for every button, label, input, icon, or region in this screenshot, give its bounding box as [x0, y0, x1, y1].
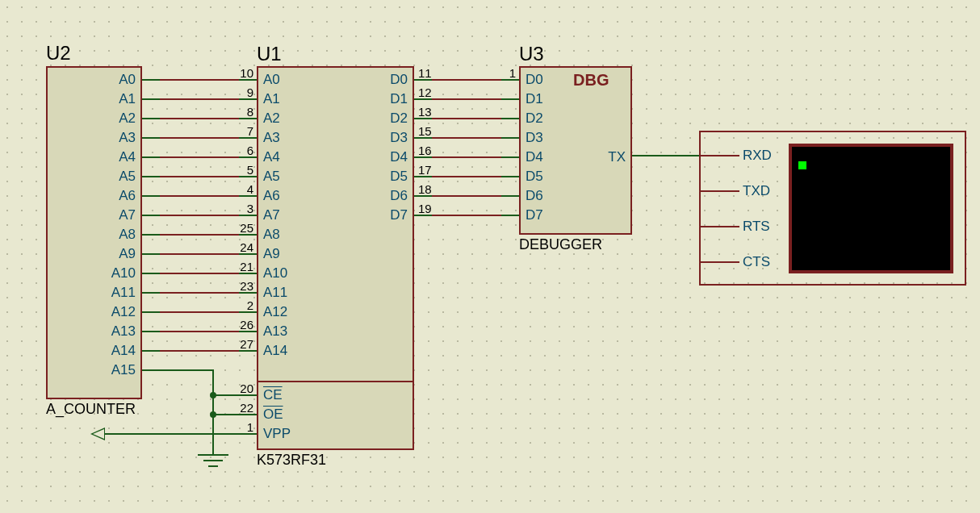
u3-pin-d5: D5	[526, 169, 543, 185]
u1-pin-oe: OE	[263, 407, 283, 423]
u2-pin-a10: A10	[95, 265, 136, 282]
u1-pin-d3: D3	[367, 130, 408, 146]
bus-wire	[142, 311, 160, 313]
u2-pin-a1: A1	[95, 91, 136, 107]
bus-wire	[432, 118, 501, 119]
bus-wire	[142, 176, 160, 177]
wire-vpp	[105, 433, 257, 435]
u1-rnum-d5: 17	[418, 163, 432, 177]
u2-pin-a4: A4	[95, 149, 136, 165]
bus-wire	[160, 195, 239, 197]
u1-num-a6: 4	[216, 182, 253, 196]
bus-wire	[501, 98, 519, 100]
bus-wire	[160, 331, 239, 332]
bus-wire	[414, 215, 432, 216]
u1-num-ce: 20	[216, 382, 253, 395]
wire-tx-rxd	[632, 155, 699, 156]
bus-wire	[239, 118, 257, 119]
u2-pin-a7: A7	[95, 207, 136, 223]
u3-num-d0: 1	[479, 66, 516, 80]
u1-num-vpp: 1	[216, 420, 253, 434]
u3-pin-d6: D6	[526, 188, 543, 204]
u1-rnum-d3: 15	[418, 124, 432, 138]
u1-pin-ce: CE	[263, 387, 283, 403]
term-tick-txd	[715, 190, 739, 192]
u1-pin-a2: A2	[263, 111, 280, 127]
u2-ref: U2	[46, 42, 71, 65]
bus-wire	[142, 195, 160, 197]
bus-wire	[414, 137, 432, 139]
u3-pin-d2: D2	[526, 111, 543, 127]
u1-num-a3: 7	[216, 124, 253, 138]
bus-wire	[160, 292, 239, 294]
bus-wire	[160, 253, 239, 255]
terminal-screen	[789, 144, 953, 273]
u1-num-a2: 8	[216, 105, 253, 119]
u1-pin-a4: A4	[263, 149, 280, 165]
u1-rnum-d7: 19	[418, 202, 432, 215]
bus-wire	[239, 273, 257, 274]
u1-pin-d2: D2	[367, 111, 408, 127]
u1-ref: U1	[257, 43, 282, 65]
u2-pin-a15: A15	[95, 362, 136, 378]
bus-wire	[432, 176, 501, 177]
u1-pin-a12: A12	[263, 304, 287, 320]
bus-wire	[239, 253, 257, 255]
u1-num-a14: 27	[216, 337, 253, 351]
u1-num-a0: 10	[216, 66, 253, 80]
u1-pin-d6: D6	[367, 188, 408, 204]
u1-pin-a11: A11	[263, 285, 287, 301]
u2-pin-a12: A12	[95, 304, 136, 320]
bus-wire	[160, 176, 239, 177]
bus-wire	[501, 156, 519, 158]
u2-pin-a13: A13	[95, 323, 136, 340]
wire-oe-stub	[213, 414, 257, 415]
bus-wire	[239, 195, 257, 197]
u1-num-a11: 23	[216, 279, 253, 293]
bus-wire	[501, 215, 519, 216]
bus-wire	[239, 156, 257, 158]
bus-wire	[414, 98, 432, 100]
u2-pin-a5: A5	[95, 169, 136, 185]
u1-pin-a14: A14	[263, 343, 287, 359]
term-tick-rts	[715, 226, 739, 227]
bus-wire	[142, 350, 160, 352]
u3-dbg-label: DBG	[573, 71, 609, 90]
u1-num-a5: 5	[216, 163, 253, 177]
u2-pin-a2: A2	[95, 111, 136, 127]
u1-num-a10: 21	[216, 260, 253, 273]
bus-wire	[239, 331, 257, 332]
terminal-cursor	[798, 161, 806, 169]
u1-num-a8: 25	[216, 221, 253, 235]
u1-rnum-d1: 12	[418, 86, 432, 99]
bus-wire	[239, 215, 257, 216]
wire-a15-stub	[142, 369, 191, 371]
u1-pin-a7: A7	[263, 207, 280, 223]
u1-rnum-d4: 16	[418, 144, 432, 157]
bus-wire	[239, 98, 257, 100]
term-pin-cts: CTS	[743, 254, 770, 270]
u3-pin-d0: D0	[526, 72, 543, 88]
bus-wire	[142, 156, 160, 158]
bus-wire	[160, 350, 239, 352]
u2-pin-a0: A0	[95, 72, 136, 88]
u1-pin-a1: A1	[263, 91, 280, 107]
u1-pin-a6: A6	[263, 188, 280, 204]
u2-pin-a9: A9	[95, 246, 136, 262]
bus-wire	[160, 137, 239, 139]
u1-pin-d4: D4	[367, 149, 408, 165]
bus-wire	[414, 156, 432, 158]
bus-wire	[160, 215, 239, 216]
bus-wire	[501, 118, 519, 119]
bus-wire	[142, 79, 160, 81]
u1-num-a7: 3	[216, 202, 253, 215]
u1-pin-vpp: VPP	[263, 426, 291, 442]
bus-wire	[432, 215, 501, 216]
bus-wire	[160, 234, 239, 236]
vpp-arrow-icon	[90, 428, 105, 440]
term-pin-rxd: RXD	[743, 148, 772, 164]
u3-pin-tx: TX	[585, 149, 626, 165]
bus-wire	[432, 156, 501, 158]
u1-pin-a10: A10	[263, 265, 287, 282]
u1-divider	[257, 381, 414, 382]
